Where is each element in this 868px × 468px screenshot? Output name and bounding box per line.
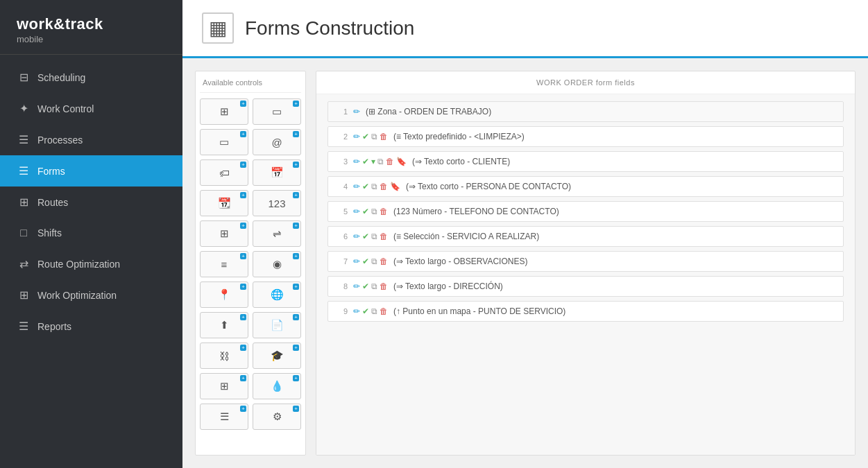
check-icon[interactable]: ✔ <box>362 132 369 141</box>
ctrl-doc[interactable]: 📄 + <box>253 312 301 338</box>
ctrl-tag[interactable]: 🏷 + <box>200 159 248 186</box>
sidebar: work&track mobile ⊟ Scheduling ✦ Work Co… <box>0 0 182 468</box>
sidebar-item-shifts[interactable]: □ Shifts <box>0 218 182 248</box>
row-icons: ✏ ✔ ⧉ 🗑 <box>353 257 388 266</box>
pencil-icon[interactable]: ✏ <box>353 157 360 166</box>
row-icons: ✏ ✔ ⧉ 🗑 🔖 <box>353 182 400 191</box>
row-label: (≡ Texto predefinido - <LIMPIEZA>) <box>393 132 836 141</box>
content-area: Available controls ⊞ + ▭ + ▭ + @ + <box>182 58 868 468</box>
routes-icon: ⊞ <box>17 196 31 209</box>
ctrl-number-icon: 123 <box>268 198 285 209</box>
ctrl-calendar2[interactable]: 📆 + <box>200 190 248 216</box>
header-icon: ▦ <box>202 12 234 44</box>
delete-icon[interactable]: 🗑 <box>380 306 388 316</box>
ctrl-screen[interactable]: ▭ + <box>200 129 248 155</box>
controls-label: Available controls <box>200 78 301 93</box>
ctrl-textfield[interactable]: ▭ + <box>253 98 301 125</box>
check-icon[interactable]: ✔ <box>362 207 369 216</box>
ctrl-grid-icon: ⊞ <box>220 105 229 118</box>
row-icons: ✏ ✔ ⧉ 🗑 <box>353 306 388 316</box>
ctrl-table-icon: ⊞ <box>220 380 229 392</box>
ctrl-drop-icon: 💧 <box>271 380 284 392</box>
sidebar-item-route-optimization[interactable]: ⇄ Route Optimization <box>0 248 182 279</box>
sidebar-item-work-optimization[interactable]: ⊞ Work Optimization <box>0 279 182 311</box>
ctrl-list[interactable]: ≡ + <box>200 251 248 277</box>
pencil-icon[interactable]: ✏ <box>353 107 360 116</box>
copy-icon[interactable]: ⧉ <box>371 207 377 216</box>
ctrl-at[interactable]: @ + <box>253 129 301 155</box>
route-opt-icon: ⇄ <box>17 257 31 270</box>
ctrl-drop[interactable]: 💧 + <box>253 373 301 399</box>
ctrl-pin[interactable]: 📍 + <box>200 281 248 308</box>
ctrl-toggle[interactable]: ◉ + <box>253 251 301 277</box>
ctrl-number[interactable]: 123 + <box>253 190 301 216</box>
ctrl-grad-hat-icon: 🎓 <box>271 349 284 362</box>
copy-icon[interactable]: ⧉ <box>371 257 377 266</box>
row-icons: ✏ ✔ ▾ ⧉ 🗑 🔖 <box>353 157 407 166</box>
check-icon[interactable]: ✔ <box>362 257 369 266</box>
logo: work&track mobile <box>0 0 182 55</box>
pencil-icon[interactable]: ✏ <box>353 281 360 291</box>
ctrl-pin-icon: 📍 <box>218 288 231 301</box>
sidebar-item-routes[interactable]: ⊞ Routes <box>0 187 182 218</box>
pencil-icon[interactable]: ✏ <box>353 132 360 141</box>
forms-icon: ☰ <box>17 164 31 177</box>
check-icon[interactable]: ✔ <box>362 182 369 191</box>
delete-icon[interactable]: 🗑 <box>380 281 388 291</box>
pencil-icon[interactable]: ✏ <box>353 182 360 191</box>
row-number: 1 <box>335 107 348 116</box>
shifts-icon: □ <box>17 227 31 239</box>
copy-icon[interactable]: ⧉ <box>371 306 377 316</box>
sidebar-label-scheduling: Scheduling <box>37 72 85 83</box>
bookmark-icon[interactable]: 🔖 <box>390 182 400 191</box>
delete-icon[interactable]: 🗑 <box>386 157 394 166</box>
work-opt-icon: ⊞ <box>17 288 31 302</box>
ctrl-table[interactable]: ⊞ + <box>200 373 248 399</box>
ctrl-list2[interactable]: ☰ + <box>200 404 248 430</box>
copy-icon[interactable]: ⧉ <box>371 281 377 291</box>
pencil-icon[interactable]: ✏ <box>353 257 360 266</box>
row-icons: ✏ ✔ ⧉ 🗑 <box>353 207 388 216</box>
check-icon[interactable]: ✔ <box>362 281 369 291</box>
bookmark-icon[interactable]: 🔖 <box>396 157 407 166</box>
sidebar-label-routes: Routes <box>37 197 68 208</box>
delete-icon[interactable]: 🗑 <box>380 207 388 216</box>
check-icon[interactable]: ✔ <box>362 157 369 166</box>
ctrl-globe[interactable]: 🌐 + <box>253 281 301 308</box>
copy-icon[interactable]: ⧉ <box>371 182 377 191</box>
page-header: ▦ Forms Construction <box>182 0 868 58</box>
ctrl-sliders[interactable]: ⊞ + <box>200 220 248 247</box>
ctrl-globe-icon: 🌐 <box>271 288 284 301</box>
delete-icon[interactable]: 🗑 <box>380 132 388 141</box>
ctrl-transfer[interactable]: ⇌ + <box>253 220 301 247</box>
sidebar-label-forms: Forms <box>37 166 65 177</box>
sidebar-label-processes: Processes <box>37 135 83 146</box>
delete-icon[interactable]: 🗑 <box>380 182 388 191</box>
ctrl-grid[interactable]: ⊞ + <box>200 98 248 125</box>
controls-grid: ⊞ + ▭ + ▭ + @ + 🏷 + <box>200 98 301 430</box>
delete-icon[interactable]: 🗑 <box>380 257 388 266</box>
pencil-icon[interactable]: ✏ <box>353 232 360 241</box>
pencil-icon[interactable]: ✏ <box>353 207 360 216</box>
ctrl-grad-hat[interactable]: 🎓 + <box>253 343 301 369</box>
dropdown-icon[interactable]: ▾ <box>371 157 375 166</box>
check-icon[interactable]: ✔ <box>362 306 369 316</box>
copy-icon[interactable]: ⧉ <box>371 232 377 241</box>
ctrl-link[interactable]: ⛓ + <box>200 343 248 369</box>
ctrl-calendar[interactable]: 📅 + <box>253 159 301 186</box>
processes-icon: ☰ <box>17 133 31 146</box>
sidebar-item-scheduling[interactable]: ⊟ Scheduling <box>0 62 182 93</box>
sidebar-item-reports[interactable]: ☰ Reports <box>0 311 182 342</box>
ctrl-upload[interactable]: ⬆ + <box>200 312 248 338</box>
sidebar-item-work-control[interactable]: ✦ Work Control <box>0 93 182 124</box>
brand-name: work&track <box>17 15 166 33</box>
delete-icon[interactable]: 🗑 <box>380 232 388 241</box>
sidebar-item-forms[interactable]: ☰ Forms <box>0 155 182 187</box>
pencil-icon[interactable]: ✏ <box>353 306 360 316</box>
copy-icon[interactable]: ⧉ <box>377 157 384 166</box>
sidebar-item-processes[interactable]: ☰ Processes <box>0 124 182 155</box>
row-number: 7 <box>335 257 348 266</box>
ctrl-cog[interactable]: ⚙ + <box>253 404 301 430</box>
check-icon[interactable]: ✔ <box>362 232 369 241</box>
copy-icon[interactable]: ⧉ <box>371 132 377 141</box>
